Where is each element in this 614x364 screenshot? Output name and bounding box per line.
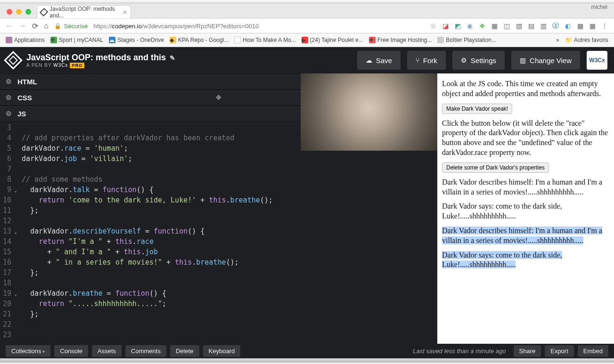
collections-button[interactable]: Collections: [6, 345, 50, 357]
browser-chrome: JavaScript OOP: methods and... × michel …: [0, 3, 614, 47]
extension-icon[interactable]: ⓩ: [552, 22, 559, 30]
bookmark-item[interactable]: Boîtier Playstation...: [437, 37, 496, 43]
bookmark-item[interactable]: ✚Free Image Hosting...: [369, 37, 432, 43]
save-label: Save: [376, 57, 392, 65]
apps-icon: [6, 37, 12, 43]
drag-handle-icon[interactable]: ✥: [216, 94, 221, 101]
bookmark-overflow-icon[interactable]: »: [556, 37, 559, 43]
home-icon[interactable]: ⌂: [44, 22, 49, 30]
url-path: /w3devcampus/pen/RpzNEP?editors=0010: [142, 23, 259, 30]
byline-prefix: A PEN BY: [26, 63, 53, 68]
address-bar-row: ← → ⟳ ⌂ 🔒 Sécurisé https://codepen.io/w3…: [0, 18, 614, 33]
pen-title[interactable]: JavaScript OOP: methods and this: [26, 53, 166, 63]
extension-icon[interactable]: ❖: [478, 22, 486, 30]
codepen-footer: Collections Console Assets Comments Dele…: [0, 344, 614, 358]
export-button[interactable]: Export: [545, 345, 574, 357]
share-button[interactable]: Share: [514, 345, 541, 357]
browser-tab[interactable]: JavaScript OOP: methods and... ×: [37, 5, 131, 18]
other-bookmarks-label: Autres favoris: [574, 37, 608, 43]
assets-button[interactable]: Assets: [92, 345, 122, 357]
w3cx-logo-text: W3Cx: [589, 57, 605, 64]
js-code-editor[interactable]: 3456789▾10111213▾141516171819▾20212223 /…: [0, 121, 437, 344]
pen-byline: A PEN BY W3CxPRO: [26, 63, 351, 68]
url-display[interactable]: https://codepen.io/w3devcampus/pen/RpzNE…: [93, 23, 259, 30]
preview-text: Dark Vador says: come to the dark side, …: [442, 251, 609, 270]
pen-title-row: JavaScript OOP: methods and this ✎: [26, 53, 351, 63]
bookmark-label: Boîtier Playstation...: [446, 37, 496, 43]
reload-icon[interactable]: ⟳: [32, 22, 38, 31]
back-icon[interactable]: ←: [6, 22, 13, 30]
console-button[interactable]: Console: [54, 345, 88, 357]
bookmark-item[interactable]: ◆KPA Repo - Googl...: [170, 37, 229, 43]
css-panel-label: CSS: [17, 94, 32, 102]
byline-author[interactable]: W3Cx: [53, 63, 68, 68]
bookmark-label: Stages - OneDrive: [117, 37, 164, 43]
folder-icon: 📁: [565, 37, 572, 43]
save-button[interactable]: ☁Save: [357, 51, 401, 70]
html-panel-label: HTML: [17, 78, 37, 86]
keyboard-button[interactable]: Keyboard: [203, 345, 241, 357]
change-view-button[interactable]: ▥Change View: [511, 51, 580, 70]
maximize-window-icon[interactable]: [25, 9, 31, 15]
favicon-icon: ✚: [50, 37, 57, 43]
extension-icon[interactable]: ◩: [454, 22, 461, 30]
fork-button[interactable]: ⑂Fork: [407, 51, 446, 70]
favicon-icon: [437, 37, 444, 43]
edit-title-icon[interactable]: ✎: [170, 54, 175, 62]
preview-text: Dark Vador describes himself: I'm a huma…: [442, 226, 609, 246]
code-lines[interactable]: // add properties after darkVador has be…: [14, 121, 273, 344]
embed-button[interactable]: Embed: [578, 345, 608, 357]
settings-button[interactable]: ⚙Settings: [452, 51, 505, 70]
gear-icon[interactable]: ⚙: [6, 94, 12, 101]
extension-icon[interactable]: ◐: [564, 22, 572, 30]
tab-close-icon[interactable]: ×: [123, 8, 127, 16]
extension-icon[interactable]: ▤: [527, 22, 535, 30]
delete-props-button[interactable]: Delete some of Dark Vador's properties: [442, 162, 549, 173]
favicon-icon: ✚: [369, 37, 376, 43]
account-logo[interactable]: W3Cx: [587, 51, 607, 70]
lock-icon: 🔒: [54, 23, 61, 29]
extension-icon[interactable]: ▧: [515, 22, 523, 30]
close-window-icon[interactable]: [7, 9, 12, 15]
preview-text: Dark Vador says: come to the dark side, …: [442, 202, 609, 221]
layout-icon: ▥: [520, 57, 526, 64]
macos-dock-hint: [0, 358, 614, 363]
window-controls[interactable]: [7, 9, 31, 15]
codepen-logo-icon[interactable]: [4, 51, 23, 70]
bookmark-item[interactable]: ▶(24) Tajine Poulet e...: [302, 37, 363, 43]
main-area: ⚙ HTML ⚙ CSS ✥ ⚙ JS 3456789▾10111213▾141…: [0, 73, 614, 344]
extension-icon[interactable]: ▥: [540, 22, 547, 30]
bookmark-label: KPA Repo - Googl...: [178, 37, 229, 43]
macos-menubar: [0, 0, 614, 3]
connection-secure[interactable]: 🔒 Sécurisé: [54, 23, 88, 30]
gear-icon[interactable]: ⚙: [6, 110, 12, 117]
extension-icon[interactable]: ◉: [466, 22, 474, 30]
selected-text: Dark Vador says: come to the dark side, …: [442, 251, 562, 269]
bookmark-item[interactable]: How To Make A Mo...: [234, 37, 296, 43]
delete-button[interactable]: Delete: [170, 345, 199, 357]
extension-icon[interactable]: ◫: [503, 22, 510, 30]
extension-icon[interactable]: ▦: [576, 22, 584, 30]
extension-icon[interactable]: ◪: [442, 22, 449, 30]
other-bookmarks[interactable]: 📁Autres favoris: [565, 37, 608, 43]
minimize-window-icon[interactable]: [16, 9, 22, 15]
star-icon[interactable]: ☆: [429, 22, 437, 30]
settings-label: Settings: [471, 57, 496, 65]
webcam-video-overlay[interactable]: [301, 73, 437, 151]
preview-text: Look at the JS code. This time we create…: [442, 79, 609, 99]
chrome-profile-label[interactable]: michel: [591, 4, 607, 10]
bookmark-item[interactable]: ☁Stages - OneDrive: [109, 37, 164, 43]
extension-icon[interactable]: ▦: [589, 22, 596, 30]
bookmark-item[interactable]: ✚Sport | myCANAL: [50, 37, 103, 43]
line-number-gutter: 3456789▾10111213▾141516171819▾20212223: [0, 121, 14, 344]
comments-button[interactable]: Comments: [125, 345, 166, 357]
extension-icon[interactable]: ▦: [491, 22, 498, 30]
chrome-menu-icon[interactable]: ⋮: [601, 22, 608, 30]
apps-bookmark[interactable]: Applications: [6, 37, 45, 43]
address-bar-icons: ☆ ◪ ◩ ◉ ❖ ▦ ◫ ▧ ▤ ▥ ⓩ ◐ ▦ ▦ ⋮: [429, 22, 608, 30]
gear-icon[interactable]: ⚙: [6, 78, 12, 85]
favicon-icon: ◆: [170, 37, 176, 43]
url-prefix: https://: [93, 23, 112, 30]
change-view-label: Change View: [530, 57, 572, 65]
speak-button[interactable]: Make Dark Vador speak!: [442, 104, 512, 114]
